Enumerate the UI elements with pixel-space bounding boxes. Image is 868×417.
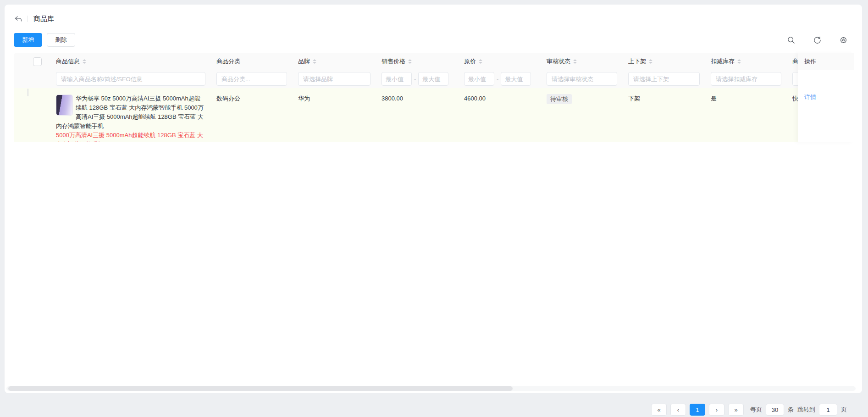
page-title: 商品库 [33, 15, 54, 23]
deduct-stock-cell: 是 [705, 88, 787, 103]
sort-icon[interactable] [479, 59, 482, 64]
column-header-original-price[interactable]: 原价 [459, 57, 541, 66]
product-name-text: 华为畅享 50z 5000万高清AI三摄 5000mAh超能续航 128GB 宝… [56, 95, 204, 129]
column-label: 商品信息 [56, 57, 80, 66]
brand-cell: 华为 [293, 88, 376, 103]
filter-deduct-stock [705, 72, 787, 86]
action-filter-spacer [798, 70, 854, 88]
column-header-action: 操作 [798, 53, 854, 70]
refresh-icon[interactable] [813, 36, 821, 44]
toolbar: 新增 删除 [14, 33, 854, 47]
content-card: 商品库 新增 删除 [5, 5, 862, 393]
table-row[interactable]: 华为畅享 50z 5000万高清AI三摄 5000mAh超能续航 128GB 宝… [14, 88, 854, 142]
products-table: 商品信息 商品分类 品牌 销售价格 原价 [14, 53, 854, 142]
column-header-sale-price[interactable]: 销售价格 [376, 57, 459, 66]
column-header-deduct-stock[interactable]: 扣减库存 [705, 57, 787, 66]
jump-to-input[interactable] [819, 404, 837, 416]
last-page-button[interactable]: » [728, 404, 744, 416]
title-divider [28, 16, 28, 22]
filter-sale-price: - [376, 72, 459, 86]
action-cell: 详情 [798, 88, 854, 101]
horizontal-scrollbar-thumb[interactable] [8, 386, 513, 391]
product-thumbnail-image[interactable] [56, 95, 73, 116]
category-filter-input[interactable] [216, 72, 287, 86]
column-label: 原价 [464, 57, 476, 66]
deduct-stock-filter-select[interactable] [711, 72, 781, 86]
column-label: 上下架 [628, 57, 646, 66]
column-header-audit-status[interactable]: 审核状态 [541, 57, 623, 66]
toolbar-icons [787, 36, 847, 44]
category-cell: 数码办公 [211, 88, 293, 103]
range-separator: - [497, 76, 498, 83]
search-icon[interactable] [787, 36, 795, 44]
current-page-button[interactable]: 1 [690, 404, 705, 416]
detail-link[interactable]: 详情 [804, 94, 816, 100]
prev-page-button[interactable]: ‹ [670, 404, 686, 416]
row-select-cell [14, 88, 50, 97]
sort-icon[interactable] [737, 59, 741, 64]
audit-status-filter-select[interactable] [547, 72, 617, 86]
filter-brand [293, 72, 376, 86]
sale-price-min-input[interactable] [381, 72, 412, 86]
column-label: 扣减库存 [711, 57, 735, 66]
per-page-input[interactable] [766, 404, 784, 416]
filter-original-price: - [459, 72, 541, 86]
filter-audit-status [541, 72, 623, 86]
per-page-unit-label: 条 [788, 406, 794, 414]
delete-button[interactable]: 删除 [47, 33, 75, 47]
column-header-shelf-status[interactable]: 上下架 [623, 57, 705, 66]
product-info-filter-input[interactable] [56, 72, 205, 86]
column-label: 审核状态 [547, 57, 570, 66]
select-all-cell [14, 57, 50, 66]
original-price-max-input[interactable] [501, 72, 531, 86]
column-header-category[interactable]: 商品分类 [211, 57, 293, 66]
jump-to-label: 跳转到 [797, 406, 815, 414]
filter-category [211, 72, 293, 86]
page-unit-label: 页 [841, 406, 847, 414]
row-checkbox[interactable] [28, 89, 28, 96]
sort-icon[interactable] [313, 59, 316, 64]
column-label: 销售价格 [381, 57, 405, 66]
sale-price-cell: 3800.00 [376, 88, 459, 103]
pagination: « ‹ 1 › » 每页 条 跳转到 页 [651, 403, 847, 416]
page-header: 商品库 [14, 14, 854, 24]
select-all-checkbox[interactable] [33, 57, 42, 66]
sort-icon[interactable] [83, 59, 86, 64]
back-icon[interactable] [14, 15, 23, 23]
add-button[interactable]: 新增 [14, 33, 42, 47]
range-separator: - [414, 76, 416, 83]
first-page-button[interactable]: « [651, 404, 667, 416]
product-description-red-text: 5000万高清AI三摄 5000mAh超能续航 128GB 宝石蓝 大内存鸿蒙智… [56, 131, 205, 142]
horizontal-scrollbar-track[interactable] [6, 386, 856, 391]
brand-filter-select[interactable] [298, 72, 370, 86]
fixed-action-column: 操作 详情 [798, 53, 854, 142]
sort-icon[interactable] [573, 59, 577, 64]
next-page-button[interactable]: › [709, 404, 724, 416]
settings-gear-icon[interactable] [840, 36, 847, 44]
header-label-row: 商品信息 商品分类 品牌 销售价格 原价 [14, 53, 854, 70]
filter-shelf-status [623, 72, 705, 86]
shelf-status-filter-select[interactable] [628, 72, 700, 86]
column-header-brand[interactable]: 品牌 [293, 57, 376, 66]
audit-status-cell: 待审核 [541, 88, 623, 104]
original-price-min-input[interactable] [464, 72, 494, 86]
original-price-cell: 4600.00 [459, 88, 541, 103]
filter-product-info [50, 72, 211, 86]
sort-icon[interactable] [408, 59, 412, 64]
product-info-cell: 华为畅享 50z 5000万高清AI三摄 5000mAh超能续航 128GB 宝… [50, 88, 211, 142]
per-page-label: 每页 [750, 406, 762, 414]
audit-status-badge: 待审核 [547, 94, 572, 104]
sort-icon[interactable] [649, 59, 652, 64]
filter-row: - - [14, 70, 854, 88]
column-label: 品牌 [298, 57, 310, 66]
table-header: 商品信息 商品分类 品牌 销售价格 原价 [14, 53, 854, 88]
column-label: 商品分类 [216, 57, 240, 66]
column-header-product-info[interactable]: 商品信息 [50, 57, 211, 66]
shelf-status-cell: 下架 [623, 88, 705, 103]
sale-price-max-input[interactable] [418, 72, 448, 86]
